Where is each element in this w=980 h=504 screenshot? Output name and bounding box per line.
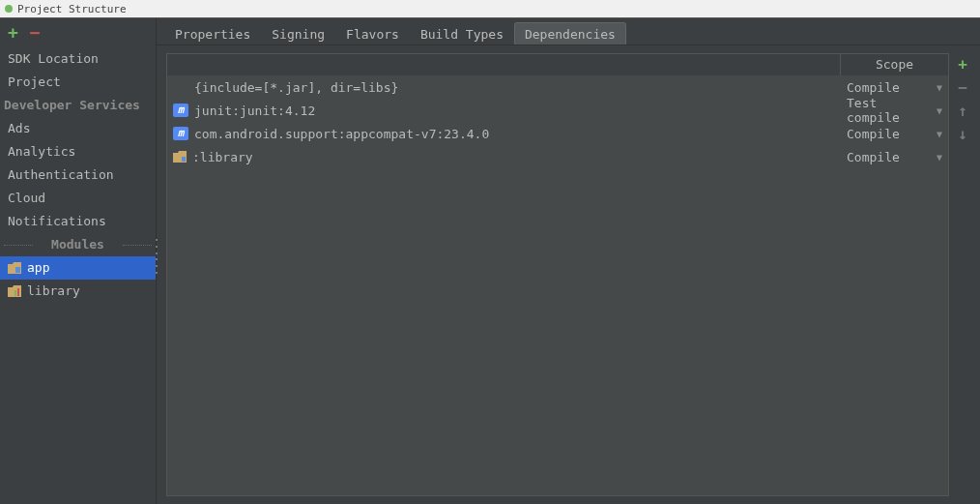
- splitter-handle[interactable]: [154, 237, 159, 276]
- scope-value: Compile: [847, 127, 900, 141]
- svg-rect-3: [17, 288, 19, 296]
- module-label: library: [27, 282, 80, 301]
- sidebar-item-notifications[interactable]: Notifications: [0, 210, 156, 233]
- section-developer-services: Developer Services: [0, 94, 156, 117]
- sidebar: + − SDK Location Project Developer Servi…: [0, 18, 157, 504]
- scope-dropdown[interactable]: Compile ▼: [840, 150, 948, 164]
- main-area: + − SDK Location Project Developer Servi…: [0, 17, 980, 504]
- dep-side-toolbar: + − ↑ ↓: [953, 53, 972, 496]
- move-down-icon[interactable]: ↓: [958, 127, 967, 142]
- svg-rect-1: [15, 267, 20, 273]
- add-icon[interactable]: +: [8, 24, 18, 42]
- sidebar-item-project[interactable]: Project: [0, 71, 156, 94]
- dep-row[interactable]: :library Compile ▼: [167, 145, 948, 168]
- sidebar-item-sdk-location[interactable]: SDK Location: [0, 47, 156, 71]
- sidebar-item-authentication[interactable]: Authentication: [0, 163, 156, 187]
- svg-point-0: [5, 5, 13, 13]
- module-item-library[interactable]: library: [0, 280, 156, 303]
- maven-icon: m: [173, 127, 188, 140]
- tab-flavors[interactable]: Flavors: [335, 22, 410, 44]
- chevron-down-icon: ▼: [937, 82, 942, 93]
- tab-properties[interactable]: Properties: [164, 22, 261, 44]
- module-label: app: [27, 258, 49, 278]
- tab-dependencies[interactable]: Dependencies: [514, 22, 626, 44]
- dep-row[interactable]: m com.android.support:appcompat-v7:23.4.…: [167, 122, 948, 145]
- dep-name: junit:junit:4.12: [194, 104, 315, 118]
- window-title: Project Structure: [17, 3, 127, 15]
- section-modules: Modules: [0, 233, 156, 256]
- scope-dropdown[interactable]: Compile ▼: [840, 80, 948, 95]
- dep-header-scope: Scope: [840, 54, 948, 75]
- dep-name: :library: [192, 150, 253, 164]
- app-icon: [4, 4, 14, 14]
- dep-row[interactable]: {include=[*.jar], dir=libs} Compile ▼: [167, 75, 948, 99]
- dependencies-table: Scope {include=[*.jar], dir=libs} Compil…: [166, 53, 949, 496]
- chevron-down-icon: ▼: [937, 152, 942, 163]
- remove-icon[interactable]: −: [30, 24, 41, 42]
- dep-header: Scope: [167, 54, 948, 75]
- svg-rect-2: [14, 290, 16, 296]
- sidebar-toolbar: + −: [0, 18, 156, 47]
- sidebar-item-ads[interactable]: Ads: [0, 117, 156, 140]
- maven-icon: m: [173, 104, 188, 117]
- svg-rect-4: [182, 157, 186, 162]
- scope-value: Compile: [847, 80, 900, 95]
- module-folder-icon: [8, 262, 21, 274]
- scope-value: Test compile: [847, 96, 937, 125]
- tabs-bar: Properties Signing Flavors Build Types D…: [157, 18, 980, 45]
- sidebar-list: SDK Location Project Developer Services …: [0, 47, 156, 504]
- dep-body: {include=[*.jar], dir=libs} Compile ▼ m …: [167, 75, 948, 495]
- scope-dropdown[interactable]: Test compile ▼: [840, 96, 948, 125]
- sidebar-item-analytics[interactable]: Analytics: [0, 140, 156, 163]
- dep-header-name: [167, 54, 840, 75]
- remove-dependency-icon[interactable]: −: [958, 80, 967, 96]
- scope-dropdown[interactable]: Compile ▼: [840, 127, 948, 141]
- scope-value: Compile: [847, 150, 900, 164]
- module-dep-icon: [173, 151, 187, 163]
- chevron-down-icon: ▼: [937, 129, 942, 139]
- move-up-icon[interactable]: ↑: [958, 104, 967, 119]
- title-bar: Project Structure: [0, 0, 980, 17]
- dep-name: {include=[*.jar], dir=libs}: [194, 80, 398, 95]
- dependencies-panel: Scope {include=[*.jar], dir=libs} Compil…: [157, 45, 980, 504]
- sidebar-item-cloud[interactable]: Cloud: [0, 187, 156, 210]
- content-panel: Properties Signing Flavors Build Types D…: [157, 18, 980, 504]
- add-dependency-icon[interactable]: +: [958, 57, 967, 73]
- tab-build-types[interactable]: Build Types: [410, 22, 514, 44]
- dep-row[interactable]: m junit:junit:4.12 Test compile ▼: [167, 99, 948, 122]
- module-item-app[interactable]: app: [0, 256, 156, 280]
- dep-name: com.android.support:appcompat-v7:23.4.0: [194, 127, 489, 141]
- module-folder-icon: [8, 285, 21, 297]
- tab-signing[interactable]: Signing: [261, 22, 335, 44]
- chevron-down-icon: ▼: [937, 105, 942, 116]
